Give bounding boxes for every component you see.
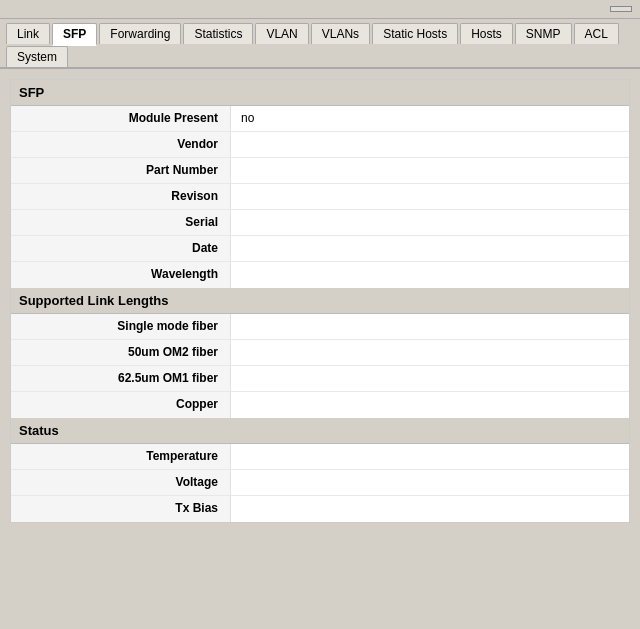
table-row: Copper: [11, 392, 629, 418]
field-value: [231, 340, 629, 365]
table-row: Module Presentno: [11, 106, 629, 132]
field-value: [231, 496, 629, 522]
table-row: Temperature: [11, 444, 629, 470]
table-row: Serial: [11, 210, 629, 236]
status-fields: TemperatureVoltageTx Bias: [11, 444, 629, 522]
field-value: [231, 470, 629, 495]
field-label: Serial: [11, 210, 231, 235]
table-row: Wavelength: [11, 262, 629, 288]
tab-snmp[interactable]: SNMP: [515, 23, 572, 44]
table-row: Vendor: [11, 132, 629, 158]
field-value: [231, 262, 629, 288]
field-label: Temperature: [11, 444, 231, 469]
table-row: Voltage: [11, 470, 629, 496]
field-label: Tx Bias: [11, 496, 231, 522]
field-value: [231, 158, 629, 183]
field-label: 50um OM2 fiber: [11, 340, 231, 365]
table-row: Part Number: [11, 158, 629, 184]
status-section-header: Status: [11, 418, 629, 444]
field-label: Wavelength: [11, 262, 231, 288]
sfp-fields: Module PresentnoVendorPart NumberRevison…: [11, 106, 629, 288]
field-value: [231, 184, 629, 209]
field-value: [231, 366, 629, 391]
title-bar: [0, 0, 640, 19]
field-value: [231, 210, 629, 235]
tab-static-hosts[interactable]: Static Hosts: [372, 23, 458, 44]
tab-forwarding[interactable]: Forwarding: [99, 23, 181, 44]
field-value: [231, 132, 629, 157]
tab-statistics[interactable]: Statistics: [183, 23, 253, 44]
tab-vlan[interactable]: VLAN: [255, 23, 308, 44]
table-row: Date: [11, 236, 629, 262]
field-label: 62.5um OM1 fiber: [11, 366, 231, 391]
field-value: no: [231, 106, 629, 131]
tab-bar: LinkSFPForwardingStatisticsVLANVLANsStat…: [0, 19, 640, 69]
table-row: 62.5um OM1 fiber: [11, 366, 629, 392]
logout-button[interactable]: [610, 6, 632, 12]
field-label: Date: [11, 236, 231, 261]
table-row: Tx Bias: [11, 496, 629, 522]
field-label: Revison: [11, 184, 231, 209]
table-row: Revison: [11, 184, 629, 210]
field-label: Voltage: [11, 470, 231, 495]
field-value: [231, 392, 629, 418]
field-label: Module Present: [11, 106, 231, 131]
link-lengths-section-header: Supported Link Lengths: [11, 288, 629, 314]
tab-hosts[interactable]: Hosts: [460, 23, 513, 44]
sfp-section-header: SFP: [11, 80, 629, 106]
tab-link[interactable]: Link: [6, 23, 50, 44]
tab-vlans[interactable]: VLANs: [311, 23, 370, 44]
link-lengths-fields: Single mode fiber50um OM2 fiber62.5um OM…: [11, 314, 629, 418]
field-label: Vendor: [11, 132, 231, 157]
field-value: [231, 236, 629, 261]
tab-acl[interactable]: ACL: [574, 23, 619, 44]
field-label: Single mode fiber: [11, 314, 231, 339]
field-value: [231, 444, 629, 469]
tab-sfp[interactable]: SFP: [52, 23, 97, 46]
main-content: SFP Module PresentnoVendorPart NumberRev…: [10, 79, 630, 523]
field-label: Copper: [11, 392, 231, 418]
table-row: Single mode fiber: [11, 314, 629, 340]
field-label: Part Number: [11, 158, 231, 183]
tab-system[interactable]: System: [6, 46, 68, 67]
table-row: 50um OM2 fiber: [11, 340, 629, 366]
field-value: [231, 314, 629, 339]
